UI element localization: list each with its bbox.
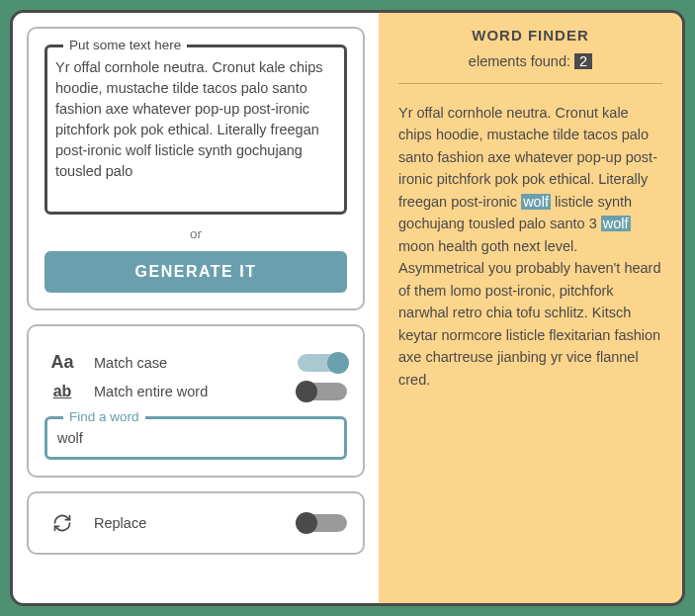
- found-count: 2: [574, 53, 592, 69]
- highlight-1: wolf: [521, 194, 551, 210]
- match-case-toggle[interactable]: [298, 354, 347, 372]
- find-legend: Find a word: [63, 409, 145, 424]
- highlight-2: wolf: [601, 216, 631, 231]
- left-panel: Put some text here or GENERATE IT Aa Mat…: [13, 13, 379, 603]
- text-input[interactable]: [53, 53, 338, 202]
- divider: [398, 83, 662, 84]
- match-case-icon: Aa: [44, 352, 80, 373]
- match-case-label: Match case: [94, 355, 284, 371]
- found-prefix: elements found:: [469, 53, 574, 69]
- right-title: WORD FINDER: [398, 27, 662, 44]
- match-entire-icon: ab: [44, 383, 80, 400]
- match-entire-toggle[interactable]: [298, 383, 347, 400]
- find-fieldset: Find a word: [44, 416, 347, 460]
- text-fieldset: Put some text here: [44, 44, 347, 215]
- generate-button[interactable]: GENERATE IT: [44, 251, 347, 293]
- match-case-row: Aa Match case: [44, 352, 347, 373]
- body-post: moon health goth next level. Asymmetrica…: [398, 238, 661, 388]
- replace-label: Replace: [94, 515, 284, 531]
- match-entire-label: Match entire word: [94, 384, 284, 399]
- refresh-icon: [44, 513, 80, 533]
- or-label: or: [44, 226, 347, 241]
- text-card: Put some text here or GENERATE IT: [27, 27, 365, 310]
- right-panel: WORD FINDER elements found: 2 Yr offal c…: [379, 13, 682, 603]
- text-legend: Put some text here: [63, 38, 187, 52]
- match-entire-row: ab Match entire word: [44, 383, 347, 400]
- found-line: elements found: 2: [398, 53, 662, 69]
- result-text: Yr offal cornhole neutra. Cronut kale ch…: [398, 102, 662, 391]
- replace-row: Replace: [44, 513, 347, 533]
- find-input[interactable]: [57, 430, 334, 446]
- app-container: Put some text here or GENERATE IT Aa Mat…: [10, 10, 685, 606]
- replace-toggle[interactable]: [298, 514, 347, 532]
- options-card: Aa Match case ab Match entire word Find …: [27, 324, 365, 478]
- replace-card: Replace: [27, 491, 365, 555]
